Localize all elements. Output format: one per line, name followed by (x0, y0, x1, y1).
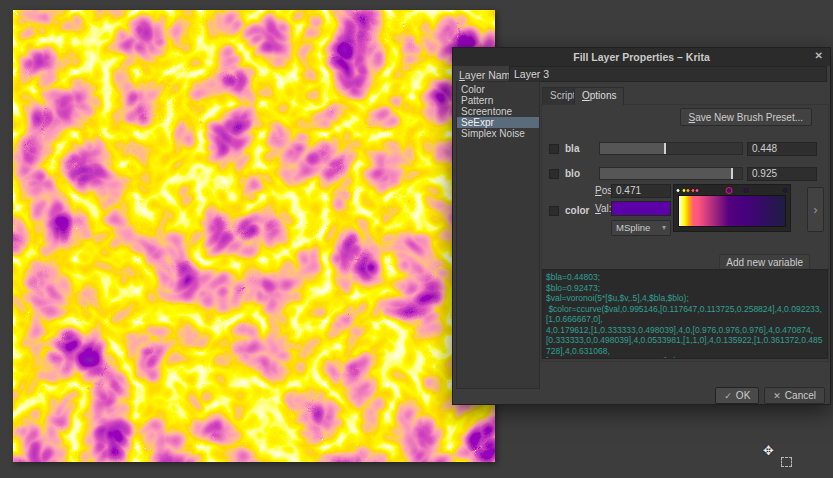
val-color-swatch[interactable] (611, 201, 671, 216)
layer-name-input[interactable] (509, 66, 827, 82)
save-new-brush-preset-button[interactable]: Save New Brush Preset... (680, 108, 813, 126)
blo-checkbox[interactable] (549, 169, 559, 179)
chevron-down-icon: ▾ (662, 221, 666, 235)
bla-value-field[interactable]: 0.448 (747, 142, 817, 156)
bla-checkbox[interactable] (549, 144, 559, 154)
interpolation-value: MSpline (616, 221, 650, 235)
fill-layer-properties-dialog: Fill Layer Properties – Krita ✕ Layer Na… (452, 47, 831, 405)
bla-slider-fill (600, 143, 664, 154)
blo-slider[interactable] (599, 167, 743, 180)
gradient-stop-marker[interactable] (783, 188, 788, 193)
canvas-area[interactable] (13, 10, 495, 462)
seexpr-script-text: $bla=0.44803; $blo=0.92473; $val=voronoi… (546, 272, 824, 359)
generator-item-pattern[interactable]: Pattern (457, 95, 539, 106)
blo-value-field[interactable]: 0.925 (747, 167, 817, 181)
bla-slider-handle[interactable] (664, 143, 666, 154)
gradient-next-button[interactable]: › (807, 187, 824, 232)
generator-list[interactable]: Color Pattern Screentone SeExpr Simplex … (456, 81, 540, 389)
transform-tool-icon (781, 457, 792, 467)
gradient-editor[interactable] (673, 184, 791, 232)
color-checkbox[interactable] (549, 206, 559, 216)
gradient-bar[interactable] (678, 195, 786, 227)
add-new-variable-button[interactable]: Add new variable (719, 254, 810, 270)
val-label: Val: (595, 203, 612, 214)
cancel-button[interactable]: ✕ Cancel (764, 387, 825, 404)
check-icon: ✓ (724, 391, 732, 401)
gradient-stop-marker[interactable] (725, 187, 732, 194)
blo-slider-handle[interactable] (731, 168, 733, 179)
generator-item-screentone[interactable]: Screentone (457, 106, 539, 117)
bla-slider[interactable] (599, 142, 743, 155)
bla-label: bla (565, 143, 579, 154)
gradient-stop-marker[interactable] (744, 188, 749, 193)
dialog-titlebar[interactable]: Fill Layer Properties – Krita ✕ (453, 48, 830, 66)
generator-item-simplex-noise[interactable]: Simplex Noise (457, 128, 539, 139)
ok-button[interactable]: ✓ OK (715, 387, 759, 404)
gradient-stop-marker[interactable] (695, 188, 700, 193)
seexpr-script-editor[interactable]: $bla=0.44803; $blo=0.92473; $val=voronoi… (542, 269, 828, 359)
generator-item-seexpr[interactable]: SeExpr (457, 117, 539, 128)
move-cursor-icon: ✥ (763, 443, 774, 458)
generator-item-color[interactable]: Color (457, 84, 539, 95)
color-label: color (565, 205, 589, 216)
voronoi-texture (13, 10, 495, 462)
blo-label: blo (565, 168, 580, 179)
pos-value-field[interactable]: 0.471 (611, 184, 671, 198)
close-icon[interactable]: ✕ (815, 50, 823, 61)
cancel-icon: ✕ (773, 391, 781, 401)
gradient-stop-marker[interactable] (676, 188, 681, 193)
chevron-right-icon: › (814, 203, 818, 217)
dialog-title: Fill Layer Properties – Krita (573, 51, 710, 63)
tab-options[interactable]: Options (574, 87, 624, 105)
interpolation-dropdown[interactable]: MSpline ▾ (611, 220, 671, 236)
blo-slider-fill (600, 168, 731, 179)
gradient-stops-row[interactable] (678, 186, 786, 194)
